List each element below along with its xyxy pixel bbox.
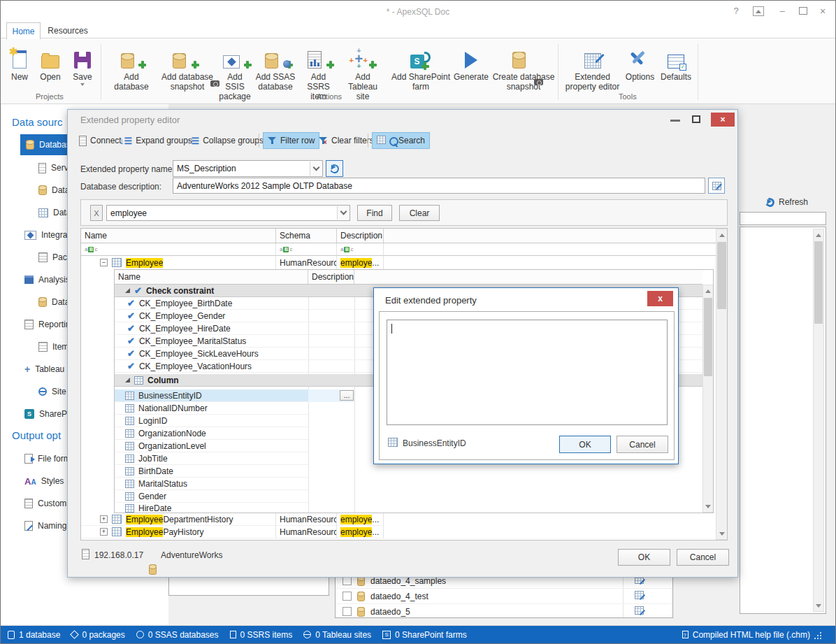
ribbon-toggle-icon[interactable] bbox=[753, 6, 764, 16]
close-search-icon[interactable]: X bbox=[90, 205, 103, 221]
sidebar-item-reporting[interactable]: Reportin bbox=[24, 314, 70, 335]
ribbon-add-ssis-button[interactable]: Add SSIS package bbox=[219, 42, 251, 102]
sidebar-item-ssas-database[interactable]: Data bbox=[38, 292, 69, 313]
expand-box-icon[interactable]: + bbox=[100, 515, 108, 523]
scroll-up-arrow[interactable] bbox=[814, 229, 823, 241]
scrollbar[interactable] bbox=[716, 229, 728, 540]
ribbon-add-sharepoint-button[interactable]: S Add SharePoint farm bbox=[389, 42, 452, 102]
sidebar-item-integration[interactable]: Integrat bbox=[24, 224, 70, 245]
sidebar-item-custom[interactable]: Custom bbox=[24, 493, 66, 514]
sidebar-item-sites[interactable]: Site bbox=[38, 381, 66, 402]
scrollbar-thumb[interactable] bbox=[704, 298, 712, 376]
sidebar-item-naming[interactable]: Naming bbox=[24, 515, 66, 536]
list-item[interactable]: dataedo_4_test bbox=[336, 589, 672, 604]
clear-button[interactable]: Clear bbox=[399, 205, 440, 221]
ribbon-ext-prop-editor-button[interactable]: Extended property editor bbox=[562, 42, 623, 102]
tab-home[interactable]: Home bbox=[6, 22, 41, 39]
sidebar-item-analysis[interactable]: Analysis bbox=[24, 269, 70, 290]
cancel-button[interactable]: Cancel bbox=[677, 549, 729, 566]
prop-name-combobox[interactable]: MS_Description bbox=[173, 160, 323, 177]
scroll-down-arrow[interactable] bbox=[703, 501, 713, 512]
ribbon-add-db-snapshot-button[interactable]: Add database snapshot bbox=[160, 42, 215, 102]
row-column[interactable]: HireDate bbox=[115, 503, 308, 513]
filter-row-button[interactable]: Filter row bbox=[263, 132, 319, 149]
checkbox[interactable] bbox=[343, 592, 352, 601]
edit-description-icon[interactable] bbox=[635, 606, 644, 617]
column-header-schema[interactable]: Schema bbox=[276, 229, 337, 243]
column-header-name[interactable]: Name bbox=[81, 229, 276, 243]
scrollbar[interactable] bbox=[813, 229, 824, 612]
subgrid-header-description[interactable]: Description bbox=[308, 270, 354, 285]
dialog-maximize-icon[interactable] bbox=[692, 115, 700, 123]
description-cell[interactable]: employe... bbox=[337, 513, 384, 526]
edit-dialog-close-icon[interactable]: x bbox=[647, 291, 673, 306]
scroll-up-arrow[interactable] bbox=[716, 229, 727, 241]
checkbox[interactable] bbox=[343, 607, 352, 616]
sidebar-item-items[interactable]: Item bbox=[38, 336, 69, 357]
search-combobox[interactable]: employee bbox=[106, 205, 350, 221]
sidebar-item-tableau[interactable]: +Tableau bbox=[24, 359, 64, 380]
tab-resources[interactable]: Resources bbox=[44, 22, 92, 38]
filter-cell-description[interactable]: aBc bbox=[337, 243, 384, 256]
scroll-down-arrow[interactable] bbox=[814, 600, 823, 611]
ribbon-new-button[interactable]: ✱ New bbox=[6, 42, 33, 102]
row-employee-description[interactable]: employe... bbox=[337, 256, 384, 269]
sidebar-item-packages[interactable]: Pack bbox=[38, 247, 71, 268]
ribbon-create-snapshot-button[interactable]: Create database snapshot bbox=[492, 42, 555, 102]
find-button[interactable]: Find bbox=[357, 205, 392, 221]
edit-cancel-button[interactable]: Cancel bbox=[617, 436, 668, 453]
minimize-icon[interactable]: – bbox=[775, 6, 789, 16]
clear-filters-button[interactable]: ×Clear filters bbox=[315, 132, 378, 149]
search-button[interactable]: Search bbox=[372, 132, 430, 149]
row-employee-department-history[interactable]: +EmployeeDepartmentHistory bbox=[81, 513, 276, 526]
subgrid-header-name[interactable]: Name bbox=[115, 270, 308, 285]
row-column[interactable]: LoginID bbox=[115, 415, 308, 427]
collapse-groups-button[interactable]: ↑☰Collapse groups bbox=[182, 132, 268, 149]
sidebar-item-styles[interactable]: AAStyles bbox=[24, 471, 64, 492]
dialog-close-icon[interactable]: × bbox=[711, 113, 735, 127]
db-description-field[interactable]: AdventureWorks 2012 Sample OLTP Database bbox=[173, 178, 705, 194]
ribbon-add-tableau-button[interactable]: +++++ Add Tableau site bbox=[341, 42, 384, 102]
description-cell[interactable]: employe... bbox=[337, 526, 384, 538]
list-item[interactable]: dataedo_5 bbox=[336, 604, 672, 618]
scrollbar-thumb[interactable] bbox=[814, 241, 823, 324]
ok-button[interactable]: OK bbox=[618, 549, 670, 566]
chevron-down-icon[interactable] bbox=[337, 206, 349, 220]
sidebar-item-sharepoint[interactable]: SSharePo bbox=[24, 403, 72, 424]
sidebar-item-database[interactable]: Data bbox=[38, 180, 69, 201]
description-textarea[interactable] bbox=[387, 320, 668, 425]
row-column[interactable]: MaritalStatus bbox=[115, 478, 308, 490]
close-icon[interactable]: × bbox=[816, 6, 830, 17]
scrollbar-thumb[interactable] bbox=[717, 242, 726, 309]
maximize-icon[interactable] bbox=[799, 7, 807, 15]
edit-db-description-button[interactable] bbox=[708, 178, 725, 194]
collapse-box-icon[interactable]: − bbox=[100, 259, 108, 266]
chevron-down-icon[interactable] bbox=[310, 162, 322, 176]
scrollbar[interactable] bbox=[702, 285, 714, 513]
background-filter-field[interactable] bbox=[740, 212, 826, 225]
ribbon-save-button[interactable]: Save bbox=[68, 42, 97, 102]
scroll-down-arrow[interactable] bbox=[716, 528, 727, 539]
refresh-properties-button[interactable] bbox=[326, 160, 343, 177]
row-column[interactable]: BirthDate bbox=[115, 465, 308, 478]
ribbon-defaults-button[interactable]: ✓ Defaults bbox=[658, 42, 694, 102]
sidebar-item-server[interactable]: Serv bbox=[38, 157, 69, 178]
ribbon-add-database-button[interactable]: Add database bbox=[107, 42, 156, 102]
scroll-up-arrow[interactable] bbox=[703, 285, 713, 296]
ribbon-generate-button[interactable]: Generate bbox=[454, 42, 489, 102]
row-employee[interactable]: −Employee bbox=[81, 256, 276, 269]
dialog-minimize-icon[interactable] bbox=[670, 120, 680, 122]
row-column-selected[interactable]: BusinessEntityID bbox=[115, 389, 308, 402]
row-column[interactable]: NationalIDNumber bbox=[115, 402, 308, 415]
row-column[interactable]: Gender bbox=[115, 490, 308, 503]
row-employee-pay-history[interactable]: +EmployeePayHistory bbox=[81, 526, 276, 538]
expand-box-icon[interactable]: + bbox=[100, 528, 108, 536]
ribbon-add-ssas-button[interactable]: Add SSAS database bbox=[255, 42, 296, 102]
edit-ok-button[interactable]: OK bbox=[559, 436, 611, 453]
more-button[interactable]: ... bbox=[340, 390, 354, 401]
filter-cell-name[interactable]: aBc bbox=[81, 243, 276, 256]
resize-grip[interactable] bbox=[814, 631, 823, 639]
help-icon[interactable]: ? bbox=[729, 6, 743, 16]
column-header-description[interactable]: Description bbox=[337, 229, 384, 243]
refresh-link[interactable]: Refresh bbox=[765, 197, 808, 207]
